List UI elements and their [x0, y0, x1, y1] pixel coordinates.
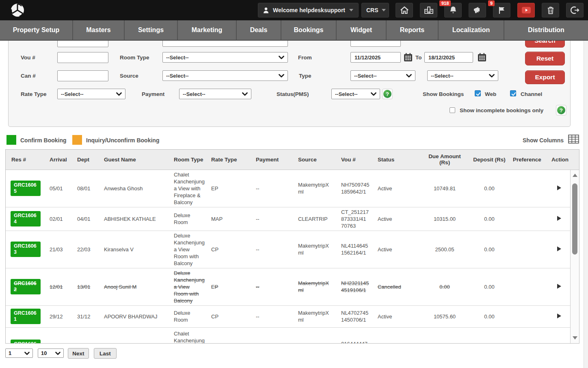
source-cell: OTA: [295, 327, 338, 344]
col-source[interactable]: Source: [295, 150, 338, 170]
type-select-2[interactable]: --Select--: [427, 70, 498, 81]
col-payment[interactable]: Payment: [253, 150, 295, 170]
reservation-id-badge[interactable]: GRC16065: [11, 181, 41, 196]
crs-menu[interactable]: CRS: [361, 3, 389, 17]
nav-bookings[interactable]: Bookings: [281, 20, 337, 41]
guest-name-cell: Anooj Sunil M: [101, 268, 171, 305]
table-scrollbar[interactable]: [570, 170, 579, 343]
status-pms-select[interactable]: --Select--: [331, 89, 380, 99]
room-type-cell: Deluxe Kanchenjung a View Room with Balc…: [171, 231, 208, 268]
nav-settings[interactable]: Settings: [125, 20, 178, 41]
calendar-icon[interactable]: [404, 53, 413, 62]
nav-masters[interactable]: Masters: [73, 20, 125, 41]
action-cell: [548, 207, 570, 231]
col-arrival[interactable]: Arrival: [46, 150, 74, 170]
source-cell: MakemytripX ml: [295, 268, 338, 305]
nav-localization[interactable]: Localization: [439, 20, 504, 41]
action-cell: [548, 170, 570, 207]
guest-name-cell: Tartick Barman: [101, 327, 171, 344]
col-deposit[interactable]: Deposit (Rs): [469, 150, 510, 170]
flags-button[interactable]: 9: [493, 3, 510, 17]
col-room-type[interactable]: Room Type: [171, 150, 208, 170]
vou-input[interactable]: [57, 52, 108, 63]
page-size-select[interactable]: 10: [38, 348, 64, 358]
row-action-arrow[interactable]: [557, 216, 561, 221]
show-columns-label[interactable]: Show Columns: [523, 137, 564, 144]
reservation-id-badge[interactable]: GRC16062: [11, 279, 41, 294]
room-type-select[interactable]: --Select--: [162, 52, 288, 63]
col-guest[interactable]: Guest Name: [101, 150, 171, 170]
next-page-button[interactable]: Next: [68, 348, 89, 359]
reservation-id-badge[interactable]: GRC16060: [11, 340, 41, 344]
reservation-id-badge[interactable]: GRC16063: [11, 242, 41, 257]
nav-property-setup[interactable]: Property Setup: [0, 20, 73, 41]
announcements-button[interactable]: [469, 3, 486, 17]
from-date-input[interactable]: 11/12/2025: [350, 52, 401, 63]
rate-type-select[interactable]: --Select--: [57, 89, 125, 99]
trash-button[interactable]: [542, 3, 559, 17]
action-cell: [548, 268, 570, 305]
last-page-button[interactable]: Last: [94, 348, 117, 359]
channel-checkbox[interactable]: [510, 90, 516, 96]
youtube-button[interactable]: [517, 3, 535, 17]
page-scrollbar[interactable]: [584, 41, 588, 368]
user-menu[interactable]: Welcome helpdesksupport: [258, 3, 359, 17]
incomplete-help-button[interactable]: ?: [556, 105, 566, 115]
can-input[interactable]: [57, 70, 108, 81]
row-action-arrow[interactable]: [557, 185, 561, 190]
res-cell: GRC16063: [6, 231, 46, 268]
arrival-cell: 05/01: [46, 170, 74, 207]
col-status[interactable]: Status: [374, 150, 420, 170]
scrollbar-thumb[interactable]: [572, 183, 577, 255]
row-action-arrow[interactable]: [557, 284, 561, 289]
col-rate-type[interactable]: Rate Type: [208, 150, 253, 170]
export-button[interactable]: Export: [525, 70, 565, 84]
nav-deals[interactable]: Deals: [237, 20, 281, 41]
app-logo-icon[interactable]: [10, 2, 25, 18]
payment-select[interactable]: --Select--: [179, 89, 251, 99]
dept-cell: 21/12: [74, 327, 101, 344]
reservation-id-badge[interactable]: GRC16061: [11, 309, 41, 324]
nav-reports[interactable]: Reports: [387, 20, 439, 41]
col-res[interactable]: Res #: [6, 150, 46, 170]
arrival-cell: 21/03: [46, 231, 74, 268]
nav-distribution[interactable]: Distribution: [504, 20, 588, 41]
home-button[interactable]: [396, 3, 413, 17]
col-vou[interactable]: Vou #: [338, 150, 374, 170]
nav-marketing[interactable]: Marketing: [178, 20, 237, 41]
nav-widget[interactable]: Widget: [337, 20, 387, 41]
building-icon: [424, 6, 434, 14]
scroll-up-icon[interactable]: [573, 174, 577, 177]
from-label: From: [298, 54, 312, 61]
bell-icon: [449, 6, 458, 15]
reservation-id-badge[interactable]: GRC16064: [11, 211, 41, 226]
logout-button[interactable]: [566, 3, 584, 17]
show-columns-grid-icon[interactable]: [568, 135, 579, 144]
arrival-cell: 29/12: [46, 305, 74, 327]
col-preference[interactable]: Preference: [510, 150, 548, 170]
type-label: Type: [299, 73, 311, 79]
source-select[interactable]: --Select--: [162, 70, 288, 81]
status-help-button[interactable]: ?: [382, 89, 393, 99]
calendar-icon[interactable]: [478, 53, 486, 62]
web-checkbox[interactable]: [475, 90, 481, 96]
col-action[interactable]: Action: [548, 150, 570, 170]
reset-button[interactable]: Reset: [525, 52, 565, 65]
arrival-cell: 20/12: [46, 327, 74, 344]
row-action-arrow[interactable]: [557, 246, 561, 251]
row-action-arrow[interactable]: [557, 314, 561, 318]
notifications-button[interactable]: 918: [444, 3, 462, 17]
col-due[interactable]: Due Amount (Rs): [420, 150, 469, 170]
col-dept[interactable]: Dept: [74, 150, 101, 170]
dept-cell: 22/03: [74, 231, 101, 268]
property-button[interactable]: [420, 3, 437, 17]
type-select-1[interactable]: --Select--: [350, 70, 415, 81]
scroll-down-icon[interactable]: [573, 336, 577, 340]
help-icon: ?: [557, 106, 565, 114]
to-label: To: [415, 54, 422, 61]
page-select[interactable]: 1: [5, 348, 33, 358]
to-date-input[interactable]: 18/12/2025: [424, 52, 473, 63]
due-amount-cell: 10575.60: [420, 305, 469, 327]
vou-cell: 016444447 0/1: [338, 327, 374, 344]
incomplete-bookings-checkbox[interactable]: [450, 107, 455, 113]
